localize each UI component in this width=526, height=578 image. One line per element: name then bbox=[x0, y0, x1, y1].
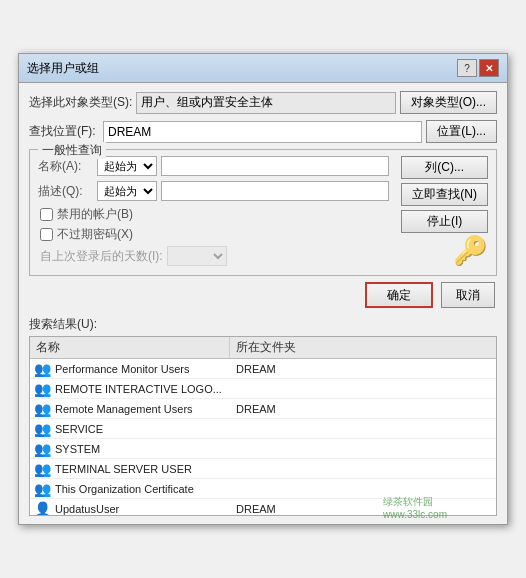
results-section: 搜索结果(U): 名称 所在文件夹 👥Performance Monitor U… bbox=[29, 316, 497, 516]
user-icon: 👤 bbox=[34, 501, 52, 517]
desc-combo[interactable]: 起始为 bbox=[97, 181, 157, 201]
results-table[interactable]: 名称 所在文件夹 👥Performance Monitor UsersDREAM… bbox=[29, 336, 497, 516]
close-button[interactable]: ✕ bbox=[479, 59, 499, 77]
object-type-row: 选择此对象类型(S): 对象类型(O)... bbox=[29, 91, 497, 114]
select-user-dialog: 选择用户或组 ? ✕ 选择此对象类型(S): 对象类型(O)... 查找位置(F… bbox=[18, 53, 508, 525]
row-name: 👥Performance Monitor Users bbox=[30, 360, 230, 378]
row-folder-text: DREAM bbox=[230, 402, 496, 416]
user-icon: 👥 bbox=[34, 381, 52, 397]
row-name: 👥Remote Management Users bbox=[30, 400, 230, 418]
user-icon: 👥 bbox=[34, 441, 52, 457]
location-button[interactable]: 位置(L)... bbox=[426, 120, 497, 143]
row-name: 👤UpdatusUser bbox=[30, 500, 230, 517]
user-icon: 👥 bbox=[34, 481, 52, 497]
name-combo[interactable]: 起始为 bbox=[97, 156, 157, 176]
title-bar-controls: ? ✕ bbox=[457, 59, 499, 77]
no-expire-checkbox[interactable] bbox=[40, 228, 53, 241]
row-name-text: TERMINAL SERVER USER bbox=[55, 463, 192, 475]
key-icon: 🔑 bbox=[453, 234, 488, 267]
user-icon: 👥 bbox=[34, 401, 52, 417]
row-folder-text bbox=[230, 488, 496, 490]
stop-button[interactable]: 停止(I) bbox=[401, 210, 488, 233]
row-folder-text bbox=[230, 428, 496, 430]
row-name-text: Performance Monitor Users bbox=[55, 363, 190, 375]
confirm-button[interactable]: 确定 bbox=[365, 282, 433, 308]
user-icon: 👥 bbox=[34, 461, 52, 477]
name-row: 名称(A): 起始为 bbox=[38, 156, 389, 176]
location-label: 查找位置(F): bbox=[29, 123, 99, 140]
row-name: 👥This Organization Certificate bbox=[30, 480, 230, 498]
watermark: 绿茶软件园 www.33lc.com bbox=[383, 495, 447, 520]
location-row: 查找位置(F): 位置(L)... bbox=[29, 120, 497, 143]
general-query-group: 一般性查询 名称(A): 起始为 描述(Q): bbox=[29, 149, 497, 276]
row-folder-text bbox=[230, 448, 496, 450]
find-now-button[interactable]: 立即查找(N) bbox=[401, 183, 488, 206]
query-fields: 名称(A): 起始为 描述(Q): 起始为 bbox=[38, 156, 389, 267]
disabled-label: 禁用的帐户(B) bbox=[57, 206, 133, 223]
desc-row: 描述(Q): 起始为 bbox=[38, 181, 389, 201]
row-name: 👥TERMINAL SERVER USER bbox=[30, 460, 230, 478]
col-name-header: 名称 bbox=[30, 337, 230, 358]
table-row[interactable]: 👥REMOTE INTERACTIVE LOGO... bbox=[30, 379, 496, 399]
disabled-checkbox[interactable] bbox=[40, 208, 53, 221]
row-name-text: REMOTE INTERACTIVE LOGO... bbox=[55, 383, 222, 395]
row-folder-text: DREAM bbox=[230, 502, 496, 516]
row-name-text: UpdatusUser bbox=[55, 503, 119, 515]
row-folder-text bbox=[230, 388, 496, 390]
object-type-button[interactable]: 对象类型(O)... bbox=[400, 91, 497, 114]
user-icon: 👥 bbox=[34, 421, 52, 437]
results-label: 搜索结果(U): bbox=[29, 316, 497, 333]
bottom-buttons: 确定 取消 bbox=[29, 282, 497, 308]
row-folder-text: DREAM bbox=[230, 362, 496, 376]
table-row[interactable]: 👥Performance Monitor UsersDREAM bbox=[30, 359, 496, 379]
side-buttons: 列(C)... 立即查找(N) 停止(I) 🔑 bbox=[401, 156, 488, 267]
dialog-body: 选择此对象类型(S): 对象类型(O)... 查找位置(F): 位置(L)...… bbox=[19, 83, 507, 524]
no-expire-label: 不过期密码(X) bbox=[57, 226, 133, 243]
location-input[interactable] bbox=[103, 121, 422, 143]
row-name: 👥SYSTEM bbox=[30, 440, 230, 458]
table-body: 👥Performance Monitor UsersDREAM👥REMOTE I… bbox=[30, 359, 496, 516]
cancel-button[interactable]: 取消 bbox=[441, 282, 495, 308]
row-name-text: SERVICE bbox=[55, 423, 103, 435]
table-row[interactable]: 👥SYSTEM bbox=[30, 439, 496, 459]
icon-area: 🔑 bbox=[401, 237, 488, 267]
help-button[interactable]: ? bbox=[457, 59, 477, 77]
table-row[interactable]: 👥SERVICE bbox=[30, 419, 496, 439]
row-name: 👥SERVICE bbox=[30, 420, 230, 438]
days-label: 自上次登录后的天数(I): bbox=[40, 248, 163, 265]
name-label: 名称(A): bbox=[38, 158, 93, 175]
days-row: 自上次登录后的天数(I): bbox=[38, 246, 389, 266]
user-icon: 👥 bbox=[34, 361, 52, 377]
col-folder-header: 所在文件夹 bbox=[230, 337, 496, 358]
days-combo bbox=[167, 246, 227, 266]
group-box-title: 一般性查询 bbox=[38, 142, 106, 159]
row-name-text: This Organization Certificate bbox=[55, 483, 194, 495]
table-row[interactable]: 👥Remote Management UsersDREAM bbox=[30, 399, 496, 419]
row-folder-text bbox=[230, 468, 496, 470]
row-name-text: SYSTEM bbox=[55, 443, 100, 455]
object-type-input bbox=[136, 92, 395, 114]
no-expire-checkbox-row: 不过期密码(X) bbox=[38, 226, 389, 243]
object-type-label: 选择此对象类型(S): bbox=[29, 94, 132, 111]
disabled-checkbox-row: 禁用的帐户(B) bbox=[38, 206, 389, 223]
row-name: 👥REMOTE INTERACTIVE LOGO... bbox=[30, 380, 230, 398]
desc-input[interactable] bbox=[161, 181, 389, 201]
title-bar: 选择用户或组 ? ✕ bbox=[19, 54, 507, 83]
dialog-title: 选择用户或组 bbox=[27, 60, 99, 77]
desc-label: 描述(Q): bbox=[38, 183, 93, 200]
name-input[interactable] bbox=[161, 156, 389, 176]
row-name-text: Remote Management Users bbox=[55, 403, 193, 415]
table-header: 名称 所在文件夹 bbox=[30, 337, 496, 359]
table-row[interactable]: 👥TERMINAL SERVER USER bbox=[30, 459, 496, 479]
col-button[interactable]: 列(C)... bbox=[401, 156, 488, 179]
